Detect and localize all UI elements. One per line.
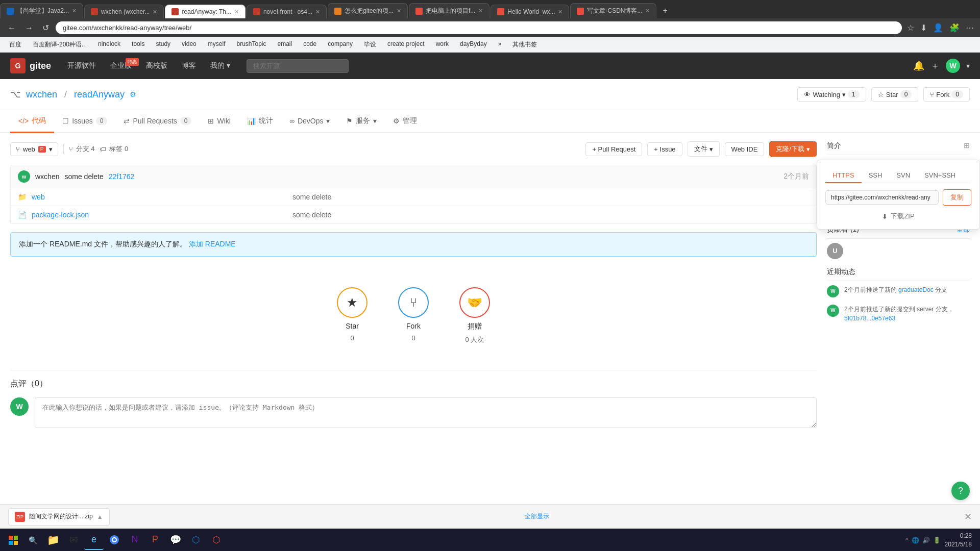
bookmark-other[interactable]: 其他书签 xyxy=(508,39,541,50)
user-avatar[interactable]: W xyxy=(946,59,960,73)
tab-close-4[interactable]: ✕ xyxy=(315,9,320,15)
nav-enterprise[interactable]: 企业版 特惠 xyxy=(104,59,138,72)
clone-tab-svn[interactable]: SVN xyxy=(889,168,917,183)
extension-icon[interactable]: 🧩 xyxy=(948,22,961,34)
web-ide-button[interactable]: Web IDE xyxy=(725,142,765,156)
tag-count[interactable]: 🏷 标签 0 xyxy=(100,144,128,154)
add-readme-link[interactable]: 添加 README xyxy=(189,240,236,248)
close-download-bar-button[interactable]: ✕ xyxy=(964,511,972,522)
branch-selector[interactable]: ⑂ web P ▾ xyxy=(10,142,58,156)
systray-sound[interactable]: 🔊 xyxy=(922,537,930,539)
collection-icon[interactable]: ⬇ xyxy=(919,22,928,34)
browser-tab-1[interactable]: 【尚学堂】Java2... ✕ xyxy=(0,3,83,18)
taskbar-app-extra[interactable]: ⬡ xyxy=(207,531,226,539)
tab-code[interactable]: </> 代码 xyxy=(10,110,54,133)
tab-close-2[interactable]: ✕ xyxy=(153,9,157,15)
contributor-avatar[interactable]: U xyxy=(827,243,843,259)
nav-university[interactable]: 高校版 xyxy=(140,59,174,72)
clone-tab-ssh[interactable]: SSH xyxy=(862,168,890,183)
bookmark-bisher[interactable]: 毕设 xyxy=(360,39,380,50)
browser-tab-3[interactable]: readAnyway: Th... ✕ xyxy=(165,5,246,18)
bookmark-brushtopic[interactable]: brushTopic xyxy=(232,39,270,50)
bookmark-work[interactable]: work xyxy=(432,39,453,50)
back-button[interactable]: ← xyxy=(5,22,18,34)
nav-mine[interactable]: 我的 ▾ xyxy=(204,59,236,72)
download-chevron-icon[interactable]: ▲ xyxy=(97,513,103,520)
watching-button[interactable]: 👁 Watching ▾ 1 xyxy=(797,87,866,102)
pull-request-button[interactable]: + Pull Request xyxy=(585,142,642,156)
bookmark-create-project[interactable]: create project xyxy=(383,39,429,50)
browser-tab-2[interactable]: wxchen (wxcher... ✕ xyxy=(84,5,164,18)
bookmark-baidu[interactable]: 百度 xyxy=(5,39,26,50)
bookmark-study[interactable]: study xyxy=(152,39,175,50)
download-file-item[interactable]: ZIP 随阅文学网的设计....zip ▲ xyxy=(8,508,110,525)
activity-commit-link-2[interactable]: 5f01b78...0e57e63 xyxy=(844,315,895,322)
clone-copy-button[interactable]: 复制 xyxy=(943,189,971,206)
help-button[interactable]: ? xyxy=(951,482,970,500)
file-button[interactable]: 文件 ▾ xyxy=(688,141,720,157)
activity-branch-link-1[interactable]: graduateDoc xyxy=(898,286,934,293)
fork-social-item[interactable]: ⑂ Fork 0 xyxy=(398,287,429,344)
bookmark-more[interactable]: » xyxy=(494,39,506,50)
taskbar-onenote[interactable]: N xyxy=(125,531,144,539)
tab-stats[interactable]: 📊 统计 xyxy=(239,110,281,133)
clone-download-button[interactable]: 克隆/下载 ▾ xyxy=(769,141,817,157)
systray-battery[interactable]: 🔋 xyxy=(933,537,941,539)
taskbar-clock[interactable]: 0:28 2021/5/18 xyxy=(945,532,972,538)
repo-owner-link[interactable]: wxchen xyxy=(26,89,57,100)
taskbar-edge[interactable]: e xyxy=(84,531,104,539)
file-row-package[interactable]: 📄 package-lock.json some delete xyxy=(11,206,816,223)
file-name-web[interactable]: web xyxy=(32,193,287,201)
tab-devops[interactable]: ∞ DevOps ▾ xyxy=(281,110,338,133)
bookmark-ninelock[interactable]: ninelock xyxy=(94,39,125,50)
clone-download-zip-button[interactable]: ⬇ 下载ZIP xyxy=(882,212,914,221)
branch-count[interactable]: ⑂ 分支 4 xyxy=(69,144,95,154)
browser-tab-5[interactable]: 怎么把gitee的项... ✕ xyxy=(328,3,408,18)
taskbar-vscode[interactable]: ⬡ xyxy=(186,531,206,539)
taskbar-powerpoint[interactable]: P xyxy=(145,531,165,539)
notification-icon[interactable]: 🔔 xyxy=(913,60,924,71)
taskbar-search-button[interactable]: 🔍 xyxy=(23,534,42,539)
clone-tab-svnssh[interactable]: SVN+SSH xyxy=(917,168,963,183)
taskbar-wechat[interactable]: 💬 xyxy=(166,531,185,539)
tab-close-6[interactable]: ✕ xyxy=(478,8,483,14)
bookmark-myself[interactable]: myself xyxy=(204,39,230,50)
clone-url-input[interactable] xyxy=(825,190,939,205)
tab-close-3[interactable]: ✕ xyxy=(234,9,239,15)
bookmark-video[interactable]: video xyxy=(178,39,201,50)
bookmark-code[interactable]: code xyxy=(299,39,321,50)
taskbar-chrome[interactable] xyxy=(105,531,124,539)
settings-icon[interactable]: ⋯ xyxy=(965,22,975,34)
tab-close-8[interactable]: ✕ xyxy=(645,8,650,14)
systray-network[interactable]: 🌐 xyxy=(912,537,919,539)
taskbar-mail[interactable]: ✉ xyxy=(64,531,83,539)
star-button[interactable]: ☆ Star 0 xyxy=(871,87,919,102)
create-icon[interactable]: ＋ xyxy=(930,60,940,72)
tab-service[interactable]: ⚑ 服务 ▾ xyxy=(338,110,385,133)
nav-blog[interactable]: 博客 xyxy=(176,59,202,72)
nav-opensource[interactable]: 开源软件 xyxy=(61,59,102,72)
gitee-logo[interactable]: G gitee xyxy=(10,58,51,73)
bookmark-email[interactable]: email xyxy=(274,39,297,50)
tab-close-1[interactable]: ✕ xyxy=(72,8,77,14)
gitee-search-input[interactable] xyxy=(247,59,349,73)
bookmark-daybyday[interactable]: dayByday xyxy=(456,39,491,50)
star-social-item[interactable]: ★ Star 0 xyxy=(337,287,368,344)
bookmark-company[interactable]: company xyxy=(324,39,357,50)
tab-manage[interactable]: ⚙ 管理 xyxy=(385,110,425,133)
browser-tab-6[interactable]: 把电脑上的项目f... ✕ xyxy=(409,3,489,18)
address-bar[interactable] xyxy=(56,21,902,34)
taskbar-explorer[interactable]: 📁 xyxy=(43,531,63,539)
start-button[interactable] xyxy=(4,531,22,539)
refresh-button[interactable]: ↺ xyxy=(40,22,52,34)
commit-hash-link[interactable]: 22f1762 xyxy=(109,172,135,181)
tab-pull-requests[interactable]: ⇄ Pull Requests 0 xyxy=(115,110,200,133)
tab-issues[interactable]: ☐ Issues 0 xyxy=(54,110,115,133)
file-row-web[interactable]: 📁 web some delete xyxy=(11,188,816,206)
profile-icon[interactable]: 👤 xyxy=(932,22,944,34)
user-dropdown-arrow[interactable]: ▾ xyxy=(966,62,970,70)
show-all-downloads-link[interactable]: 全部显示 xyxy=(525,512,549,521)
repo-settings-icon[interactable]: ⚙ xyxy=(130,90,136,98)
new-tab-button[interactable]: + xyxy=(657,3,672,18)
tab-wiki[interactable]: ⊞ Wiki xyxy=(200,110,238,133)
